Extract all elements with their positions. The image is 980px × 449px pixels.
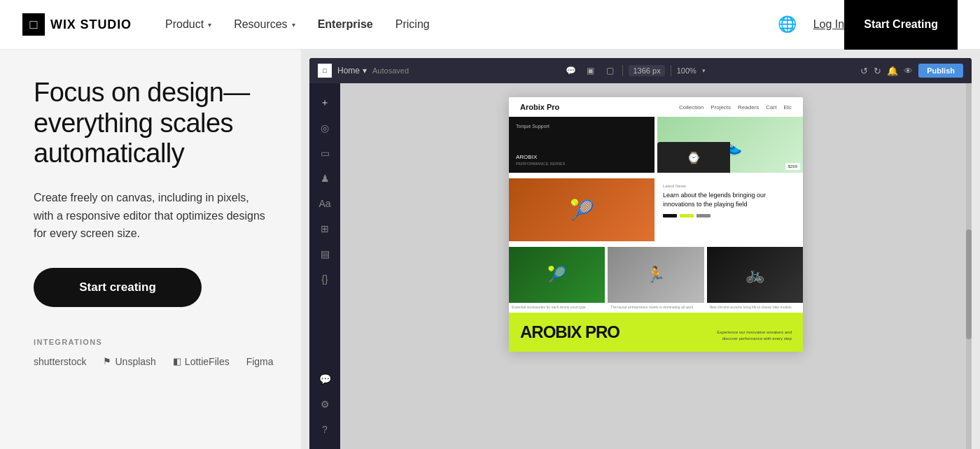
unsplash-icon: ⚑ [103,356,111,366]
lottiefiles-icon: ◧ [173,356,181,366]
start-creating-button-hero[interactable]: Start creating [34,268,202,307]
site-header: Arobix Pro Collection Projects Readers C… [509,97,803,117]
figma-label: Figma [246,356,274,367]
logo-text: WIX STUDIO [50,17,132,32]
logo[interactable]: □ WIX STUDIO [22,13,132,36]
nav-resources[interactable]: Resources ▾ [234,18,295,31]
start-creating-button[interactable]: Start Creating [844,0,958,50]
integrations-section: INTEGRATIONS shutterstock ⚑ Unsplash ◧ L… [34,338,267,367]
pages-tool[interactable]: ▭ [314,142,336,164]
nav-pricing[interactable]: Pricing [396,18,430,31]
preview-icon[interactable]: 👁 [904,66,913,76]
chevron-down-icon: ▾ [208,21,211,29]
news-image: 🎾 [509,178,654,241]
tablet-icon[interactable]: ▣ [583,64,597,78]
nav-actions: 🌐 Log In [778,15,844,34]
integrations-list: shutterstock ⚑ Unsplash ◧ LottieFiles Fi… [34,356,267,367]
topbar-autosaved: Autosaved [372,66,409,75]
login-link[interactable]: Log In [813,18,844,31]
site-hero: Torque Support AROBIX PERFORMANCE SERIES… [509,117,803,176]
site-nav-item: Collection [679,104,704,111]
site-mockup: Arobix Pro Collection Projects Readers C… [509,97,803,352]
topbar-dimension[interactable]: 1366 px [629,65,664,76]
site-nav-item: Etc [783,104,792,111]
settings-tool[interactable]: ⚙ [314,393,336,415]
integration-lottiefiles: ◧ LottieFiles [173,356,230,367]
separator [622,65,623,76]
chat-tool[interactable]: 💬 [314,368,336,390]
topbar-right: ↺ ↻ 🔔 👁 Publish [860,64,963,78]
site-nav-item: Projects [710,104,731,111]
text-tool[interactable]: Aa [314,192,336,215]
zoom-chevron-icon: ▾ [702,67,706,74]
integration-unsplash: ⚑ Unsplash [103,356,155,367]
hero-right: 👟 ⌚ $299 [657,117,803,173]
canvas-scrollbar[interactable] [966,83,972,449]
grid-tool[interactable]: ▤ [314,243,336,265]
bell-icon[interactable]: 🔔 [887,66,898,76]
tennis-image: 🎾 [509,247,605,303]
editor-sidebar: ＋ ◎ ▭ ♟ Aa ⊞ ▤ {} 💬 ⚙ ? [309,83,340,449]
hero-left: Torque Support AROBIX PERFORMANCE SERIES [509,117,654,173]
globe-icon[interactable]: 🌐 [778,15,797,34]
help-tool[interactable]: ? [314,418,336,441]
site-nav-item: Readers [738,104,759,111]
tennis-label: Essential accessories for each tennis co… [509,303,605,310]
hero-sub: PERFORMANCE SERIES [516,162,648,166]
separator2 [671,65,671,76]
cta-tag-gray [696,214,710,218]
footer-body: Experience our innovative sneakers and d… [708,329,792,342]
hero-body: Create freely on canvas, including in pi… [34,189,267,243]
editor-topbar: □ Home ▾ Autosaved 💬 ▣ ▢ 1366 px 100% [309,58,972,83]
cta-tag-dark [663,214,677,218]
main-content: Focus on design—everything scales automa… [0,50,980,449]
athlete-label: The layout entrepreneur meets is dominat… [608,303,704,310]
news-cta [663,214,797,218]
add-tool[interactable]: ＋ [314,92,336,114]
bike-label: New chrome accents bring life to classic… [707,303,803,310]
site-nav: Collection Projects Readers Cart Etc [679,104,792,111]
cta-tag-yellow [680,214,694,218]
topbar-center: 💬 ▣ ▢ 1366 px 100% ▾ [417,64,852,78]
shutterstock-label: shutterstock [34,356,86,367]
site-bottom-grid: 🎾 Essential accessories for each tennis … [509,244,803,313]
right-panel: □ Home ▾ Autosaved 💬 ▣ ▢ 1366 px 100% [301,50,980,449]
code-tool[interactable]: {} [314,268,336,290]
publish-button[interactable]: Publish [918,64,963,78]
search-tool[interactable]: ◎ [314,117,336,139]
lottiefiles-label: LottieFiles [185,356,230,367]
integrations-label: INTEGRATIONS [34,338,267,346]
redo-icon[interactable]: ↻ [874,66,881,76]
media-tool[interactable]: ⊞ [314,218,336,240]
news-title: Learn about the legends bringing our inn… [663,191,797,208]
chat-icon[interactable]: 💬 [564,64,578,78]
logo-icon: □ [22,13,45,36]
editor-logo: □ [318,64,332,78]
site-news: 🎾 Latest News Learn about the legends br… [509,176,803,244]
editor-canvas: Arobix Pro Collection Projects Readers C… [340,83,972,449]
news-label: Latest News [663,184,797,188]
site-logo: Arobix Pro [520,103,559,111]
grid-item-athlete: 🏃 The layout entrepreneur meets is domin… [608,247,704,310]
nav-enterprise[interactable]: Enterprise [318,18,373,31]
left-panel: Focus on design—everything scales automa… [0,50,301,449]
site-footer: AROBIX PRO Experience our innovative sne… [509,313,803,352]
grid-item-bike: 🚲 New chrome accents bring life to class… [707,247,803,310]
layers-tool[interactable]: ♟ [314,167,336,190]
athlete-image: 🏃 [608,247,704,303]
mobile-icon[interactable]: ▢ [603,64,617,78]
hero-heading: Focus on design—everything scales automa… [34,78,267,169]
integration-shutterstock: shutterstock [34,356,86,367]
integration-figma: Figma [246,356,274,367]
grid-item-tennis: 🎾 Essential accessories for each tennis … [509,247,605,310]
chevron-down-icon: ▾ [292,21,295,29]
topbar-zoom[interactable]: 100% [677,66,696,75]
editor-body: ＋ ◎ ▭ ♟ Aa ⊞ ▤ {} 💬 ⚙ ? [309,83,972,449]
editor-window: □ Home ▾ Autosaved 💬 ▣ ▢ 1366 px 100% [309,58,972,449]
topbar-page-label[interactable]: Home ▾ [337,66,367,76]
footer-brand: AROBIX PRO [520,322,620,342]
topbar-left: □ Home ▾ Autosaved [318,64,409,78]
nav-product[interactable]: Product ▾ [165,18,211,31]
hero-tag: Torque Support [516,124,648,129]
undo-icon[interactable]: ↺ [860,66,868,76]
